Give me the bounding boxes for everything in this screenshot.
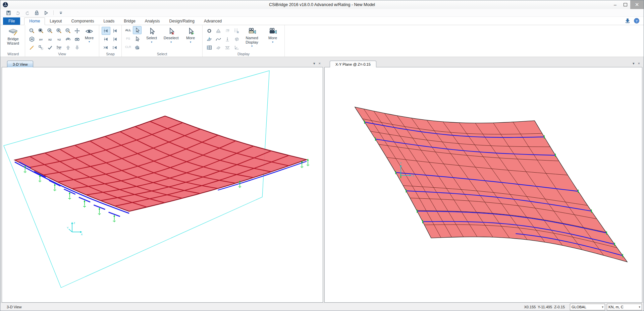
rotate-3d-button[interactable]	[64, 35, 72, 43]
point-load-button[interactable]	[223, 35, 232, 43]
girder-button[interactable]	[223, 44, 232, 52]
svg-text:?: ?	[636, 19, 638, 23]
toolbar-separator	[53, 10, 54, 15]
window-menu-icon[interactable]: ▾	[313, 62, 315, 65]
zoom-in-icon	[56, 28, 62, 34]
ribbon-tab-file[interactable]: File	[3, 17, 20, 25]
ribbon-tab-components[interactable]: Components	[66, 18, 99, 25]
maximize-button[interactable]	[620, 0, 630, 9]
close-view-icon[interactable]: ×	[638, 62, 640, 65]
view-xy-button[interactable]: XY	[37, 35, 45, 43]
close-view-icon[interactable]: ×	[319, 62, 321, 65]
select-arrow-button[interactable]	[133, 26, 142, 34]
view-yz-button[interactable]: YZ	[55, 35, 63, 43]
ribbon-tab-loads[interactable]: Loads	[99, 18, 119, 25]
zoom-extents-button[interactable]	[37, 27, 45, 35]
named-display-button[interactable]: nameNamed Display▾	[241, 26, 263, 48]
minimize-button[interactable]: –	[610, 0, 620, 9]
group-label-wizard: Wizard	[3, 52, 23, 57]
zoom-window-button[interactable]	[28, 27, 36, 35]
cursor-add-icon: +	[186, 27, 195, 35]
select-shape-button[interactable]	[133, 44, 142, 52]
solid-button[interactable]	[232, 35, 241, 43]
help-icon[interactable]: ?	[634, 18, 640, 24]
display-limits-button[interactable]	[37, 44, 45, 52]
deselect-button[interactable]: ×Deselect▾	[161, 26, 181, 44]
snap-grid-button[interactable]	[111, 44, 119, 52]
svg-text:name: name	[249, 31, 253, 33]
svg-text:×: ×	[171, 31, 174, 35]
local-axes-icon	[233, 45, 239, 51]
tables-button[interactable]	[205, 44, 214, 52]
ribbon-tab-strip: FileHomeLayoutComponentsLoadsBridgeAnaly…	[0, 17, 644, 25]
view-tab-3d[interactable]: 3-D View	[7, 61, 33, 67]
select-all-button[interactable]: ALL	[124, 26, 132, 34]
close-button[interactable]: ✕	[630, 0, 644, 9]
view-more-button[interactable]: More▾	[82, 26, 97, 43]
ribbon-tab-home[interactable]: Home	[24, 17, 45, 25]
camera-icon	[269, 27, 277, 35]
move-up-button[interactable]	[64, 44, 72, 52]
select-button[interactable]: Select▾	[142, 26, 161, 44]
axes-xyz-button[interactable]: xyz	[55, 44, 63, 52]
units-select[interactable]: KN, m, C ▾	[607, 304, 642, 310]
perspective-icon	[74, 36, 80, 42]
joint-ring-button[interactable]	[205, 27, 214, 35]
snap-midpoints-icon	[103, 36, 109, 42]
view-xz-button[interactable]: XZ	[46, 35, 54, 43]
pencil-button[interactable]	[28, 44, 36, 52]
zoom-previous-button[interactable]	[46, 27, 54, 35]
bridge-wizard-button[interactable]: BridgeWizard	[3, 26, 23, 46]
select-poly-button[interactable]	[133, 35, 142, 43]
snap-ends-button[interactable]	[111, 27, 119, 35]
customize-icon[interactable]	[58, 10, 64, 16]
view-3d-button[interactable]: 3D	[28, 35, 36, 43]
viewport-3d[interactable]: ZXY	[2, 67, 323, 303]
chevron-down-icon: ▾	[170, 41, 172, 44]
bridge-wizard-icon	[7, 27, 19, 36]
plane-button[interactable]	[205, 35, 214, 43]
influence-curve-icon	[215, 36, 221, 42]
distributed-load-icon	[224, 28, 230, 34]
redo-icon[interactable]	[24, 10, 30, 16]
snap-points-button[interactable]	[102, 27, 110, 35]
download-icon[interactable]	[625, 18, 631, 24]
zoom-in-button[interactable]	[55, 27, 63, 35]
move-down-button[interactable]	[73, 44, 82, 52]
perspective-button[interactable]	[73, 35, 82, 43]
zoom-window-icon	[29, 28, 35, 34]
viewport-xy-plane[interactable]: YX	[324, 67, 642, 303]
undo-icon[interactable]	[15, 10, 21, 16]
ribbon-tab-advanced[interactable]: Advanced	[199, 18, 226, 25]
more-button[interactable]: More▾	[263, 26, 282, 44]
checkmark-button[interactable]	[46, 44, 54, 52]
snap-midpoints-button[interactable]	[102, 35, 110, 43]
ribbon-tab-design-rating[interactable]: Design/Rating	[165, 18, 199, 25]
grid-points-icon	[233, 28, 239, 34]
view-tab-xy-plane[interactable]: X-Y Plane @ Z=-0.15	[330, 61, 376, 67]
lock-icon[interactable]	[34, 10, 40, 16]
coordinate-system-select[interactable]: GLOBAL ▾	[570, 304, 605, 310]
snap-intersections-button[interactable]	[111, 35, 119, 43]
run-icon[interactable]	[43, 10, 49, 16]
ribbon-tab-bridge[interactable]: Bridge	[119, 18, 140, 25]
more-button[interactable]: +More▾	[181, 26, 200, 44]
snap-perpendicular-button[interactable]	[102, 44, 110, 52]
ribbon-tab-layout[interactable]: Layout	[45, 18, 66, 25]
zoom-out-button[interactable]	[64, 27, 72, 35]
window-menu-icon[interactable]: ▾	[633, 62, 635, 65]
ribbon: FileHomeLayoutComponentsLoadsBridgeAnaly…	[0, 17, 644, 57]
ribbon-corner-buttons: ?	[625, 18, 640, 24]
influence-curve-button[interactable]	[214, 35, 223, 43]
local-axes-button[interactable]	[232, 44, 241, 52]
window-title: CSiBridge 2016 v18.0.0 Advanced w/Rating…	[0, 2, 644, 7]
ribbon-tab-analysis[interactable]: Analysis	[140, 18, 165, 25]
support-button[interactable]	[214, 27, 223, 35]
snap-grid-icon	[112, 45, 118, 51]
pan-button[interactable]	[73, 27, 82, 35]
eraser-button[interactable]	[214, 44, 223, 52]
grid-points-button[interactable]	[232, 27, 241, 35]
save-icon[interactable]	[6, 10, 11, 16]
distributed-load-button[interactable]	[223, 27, 232, 35]
chevron-down-icon: ▾	[272, 41, 273, 44]
